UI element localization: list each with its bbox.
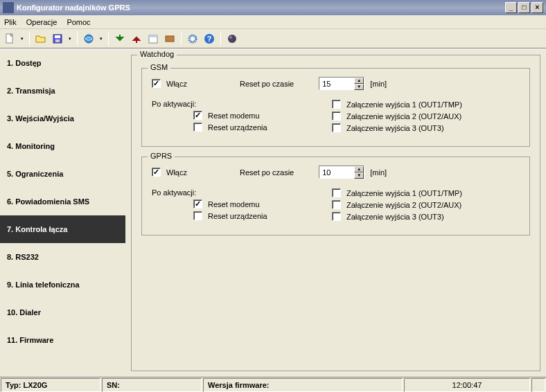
- gsm-reset-label: Reset po czasie: [240, 80, 294, 88]
- svg-rect-2: [55, 35, 60, 38]
- close-button[interactable]: ×: [531, 2, 543, 13]
- maximize-button[interactable]: □: [518, 2, 530, 13]
- gprs-out1-checkbox[interactable]: [332, 188, 341, 197]
- gsm-out3-checkbox[interactable]: [332, 123, 341, 132]
- gsm-out1-checkbox[interactable]: [332, 100, 341, 109]
- gprs-reset-input[interactable]: [319, 166, 354, 178]
- upload-icon[interactable]: [130, 32, 143, 46]
- sidebar-item-io[interactable]: 3. Wejścia/Wyjścia: [0, 105, 125, 132]
- content-panel: Watchdog GSM Włącz Reset po czasie ▲▼ [m…: [125, 49, 546, 377]
- status-type-label: Typ:: [6, 381, 21, 389]
- gprs-out2-label: Załączenie wyjścia 2 (OUT2/AUX): [346, 201, 461, 209]
- sidebar-item-limits[interactable]: 5. Ograniczenia: [0, 160, 125, 188]
- gprs-reset-spinner[interactable]: ▲▼: [319, 166, 364, 179]
- gsm-reset-input[interactable]: [319, 78, 354, 89]
- download-icon[interactable]: [113, 32, 127, 46]
- gprs-reset-modem-checkbox[interactable]: [193, 199, 202, 208]
- gsm-out2-checkbox[interactable]: [332, 112, 341, 121]
- gprs-reset-modem-label: Reset modemu: [208, 200, 260, 208]
- gsm-unit: [min]: [370, 80, 387, 88]
- spin-down-icon[interactable]: ▼: [354, 172, 364, 179]
- save-icon[interactable]: [51, 32, 64, 46]
- toolbar: ▾ ▾ ▾ ?: [0, 29, 546, 48]
- status-fw-label: Wersja firmware:: [208, 381, 269, 389]
- gsm-enable-checkbox[interactable]: [152, 79, 161, 88]
- globe-dropdown[interactable]: ▾: [98, 32, 104, 46]
- watchdog-group: Watchdog GSM Włącz Reset po czasie ▲▼ [m…: [131, 55, 540, 371]
- gprs-out1-label: Załączenie wyjścia 1 (OUT1/TMP): [346, 189, 462, 197]
- gsm-reset-device-label: Reset urządzenia: [208, 123, 267, 132]
- status-type-value: LX20G: [23, 381, 47, 389]
- sidebar-item-sms[interactable]: 6. Powiadomienia SMS: [0, 188, 125, 215]
- gsm-after-activation-label: Po aktywacji:: [152, 100, 332, 108]
- gsm-reset-modem-label: Reset modemu: [208, 112, 260, 120]
- gprs-out2-checkbox[interactable]: [332, 200, 341, 209]
- menu-operations[interactable]: Operacje: [26, 18, 58, 26]
- gsm-out2-label: Załączenie wyjścia 2 (OUT2/AUX): [346, 112, 461, 121]
- gsm-out3-label: Załączenie wyjścia 3 (OUT3): [346, 124, 444, 132]
- gprs-unit: [min]: [370, 168, 387, 177]
- gprs-out3-checkbox[interactable]: [332, 212, 341, 221]
- menu-help[interactable]: Pomoc: [67, 18, 90, 26]
- sidebar-item-link-control[interactable]: 7. Kontrola łącza: [0, 215, 125, 243]
- status-sn-label: SN:: [107, 381, 120, 389]
- device-icon[interactable]: [163, 32, 177, 46]
- minimize-button[interactable]: _: [505, 2, 517, 13]
- sidebar-item-transmission[interactable]: 2. Transmisja: [0, 77, 125, 105]
- svg-rect-3: [55, 39, 60, 42]
- gprs-after-activation-label: Po aktywacji:: [152, 188, 332, 197]
- calendar-icon[interactable]: [146, 32, 160, 46]
- sidebar-item-monitoring[interactable]: 4. Monitoring: [0, 132, 125, 160]
- spin-up-icon[interactable]: ▲: [354, 78, 364, 84]
- new-file-icon[interactable]: [3, 32, 17, 46]
- ball-icon[interactable]: [225, 32, 239, 46]
- sidebar-item-dialer[interactable]: 10. Dialer: [0, 299, 125, 326]
- gsm-enable-label: Włącz: [166, 80, 187, 88]
- svg-rect-6: [149, 35, 157, 37]
- menu-file[interactable]: Plik: [4, 18, 17, 26]
- gprs-enable-checkbox[interactable]: [152, 168, 161, 177]
- status-bar: Typ: LX20G SN: Wersja firmware: 12:00:47: [0, 377, 546, 392]
- save-dropdown[interactable]: ▾: [67, 32, 73, 46]
- gsm-out1-label: Załączenie wyjścia 1 (OUT1/TMP): [346, 100, 462, 109]
- sidebar-item-firmware[interactable]: 11. Firmware: [0, 326, 125, 354]
- gprs-group: GPRS Włącz Reset po czasie ▲▼ [min] Po a: [141, 157, 530, 235]
- gsm-reset-modem-checkbox[interactable]: [193, 111, 202, 120]
- svg-rect-9: [166, 36, 174, 42]
- gprs-enable-label: Włącz: [166, 168, 187, 177]
- new-dropdown[interactable]: ▾: [19, 32, 25, 46]
- spin-up-icon[interactable]: ▲: [354, 166, 364, 172]
- gprs-reset-device-checkbox[interactable]: [193, 211, 202, 220]
- sidebar-item-access[interactable]: 1. Dostęp: [0, 49, 125, 77]
- help-icon[interactable]: ?: [202, 32, 216, 46]
- sidebar-item-phone-line[interactable]: 9. Linia telefoniczna: [0, 271, 125, 299]
- gear-icon[interactable]: [186, 32, 200, 46]
- gsm-legend: GSM: [148, 63, 170, 71]
- title-bar: Konfigurator nadajników GPRS _ □ ×: [0, 0, 546, 15]
- status-time: 12:00:47: [452, 381, 482, 389]
- watchdog-legend: Watchdog: [137, 50, 177, 58]
- svg-point-11: [191, 37, 194, 40]
- window-title: Konfigurator nadajników GPRS: [17, 3, 130, 12]
- gsm-reset-spinner[interactable]: ▲▼: [319, 77, 364, 90]
- spin-down-icon[interactable]: ▼: [354, 84, 364, 90]
- svg-point-15: [229, 36, 232, 39]
- gprs-out3-label: Załączenie wyjścia 3 (OUT3): [346, 213, 444, 221]
- sidebar: 1. Dostęp 2. Transmisja 3. Wejścia/Wyjśc…: [0, 49, 125, 377]
- gprs-reset-device-label: Reset urządzenia: [208, 212, 267, 220]
- body: 1. Dostęp 2. Transmisja 3. Wejścia/Wyjśc…: [0, 48, 546, 377]
- gprs-reset-label: Reset po czasie: [240, 168, 294, 177]
- sidebar-item-rs232[interactable]: 8. RS232: [0, 243, 125, 271]
- gprs-legend: GPRS: [148, 152, 175, 160]
- menu-bar: Plik Operacje Pomoc: [0, 15, 546, 29]
- open-folder-icon[interactable]: [34, 32, 48, 46]
- svg-point-14: [228, 35, 236, 43]
- app-icon: [3, 2, 14, 13]
- gsm-reset-device-checkbox[interactable]: [193, 123, 202, 132]
- svg-text:?: ?: [207, 35, 212, 43]
- gsm-group: GSM Włącz Reset po czasie ▲▼ [min] Po ak: [141, 68, 530, 147]
- globe-icon[interactable]: [82, 32, 96, 46]
